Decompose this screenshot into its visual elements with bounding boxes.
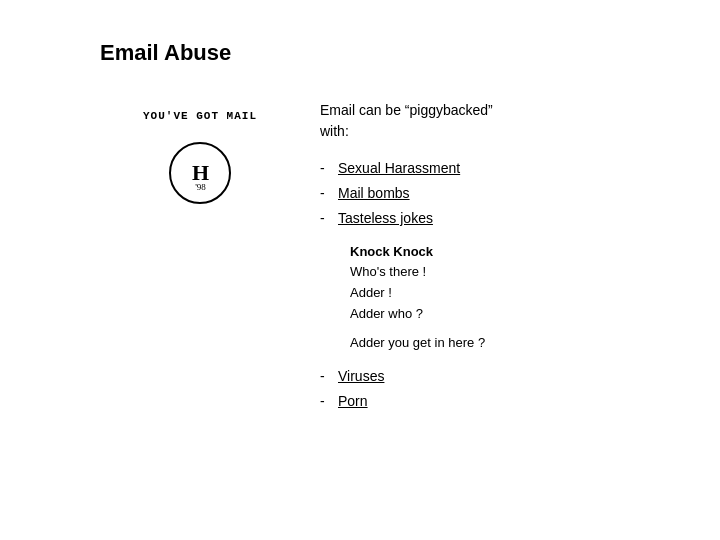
item-tasteless-jokes: Tasteless jokes <box>338 206 433 231</box>
list-item-mail-bombs: - Mail bombs <box>320 181 680 206</box>
bullet-list-2: - Viruses - Porn <box>320 364 680 414</box>
knock-knock-line-1: Who's there ! <box>350 262 680 283</box>
item-sexual-harassment: Sexual Harassment <box>338 156 460 181</box>
left-panel: YOU'VE GOT MAIL H '98 <box>100 100 300 424</box>
list-item-porn: - Porn <box>320 389 680 414</box>
knock-knock-title: Knock Knock <box>350 242 680 263</box>
page: Email Abuse YOU'VE GOT MAIL H '98 Email … <box>0 0 720 540</box>
item-mail-bombs: Mail bombs <box>338 181 410 206</box>
mail-svg-icon: H '98 <box>168 141 233 206</box>
bullet-list-1: - Sexual Harassment - Mail bombs - Taste… <box>320 156 680 232</box>
dash-4: - <box>320 364 330 389</box>
knock-knock-line-2: Adder ! <box>350 283 680 304</box>
intro-line2: with: <box>320 123 349 139</box>
list-item-tasteless-jokes: - Tasteless jokes <box>320 206 680 231</box>
intro-line1: Email can be “piggybacked” <box>320 102 493 118</box>
dash-1: - <box>320 156 330 181</box>
item-porn: Porn <box>338 389 368 414</box>
list-item-viruses: - Viruses <box>320 364 680 389</box>
item-viruses: Viruses <box>338 364 384 389</box>
content-area: YOU'VE GOT MAIL H '98 Email can be “pigg… <box>100 100 680 424</box>
dash-3: - <box>320 206 330 231</box>
list-item-sexual-harassment: - Sexual Harassment <box>320 156 680 181</box>
svg-text:'98: '98 <box>195 181 206 191</box>
knock-knock-punchline: Adder you get in here ? <box>350 333 680 354</box>
right-panel: Email can be “piggybacked” with: - Sexua… <box>300 100 680 424</box>
knock-knock-line-3: Adder who ? <box>350 304 680 325</box>
you-got-mail-text: YOU'VE GOT MAIL <box>143 110 257 122</box>
page-title: Email Abuse <box>100 40 231 66</box>
dash-5: - <box>320 389 330 414</box>
intro-text: Email can be “piggybacked” with: <box>320 100 680 142</box>
dash-2: - <box>320 181 330 206</box>
mail-icon: H '98 <box>165 138 235 208</box>
knock-knock-block: Knock Knock Who's there ! Adder ! Adder … <box>350 242 680 325</box>
